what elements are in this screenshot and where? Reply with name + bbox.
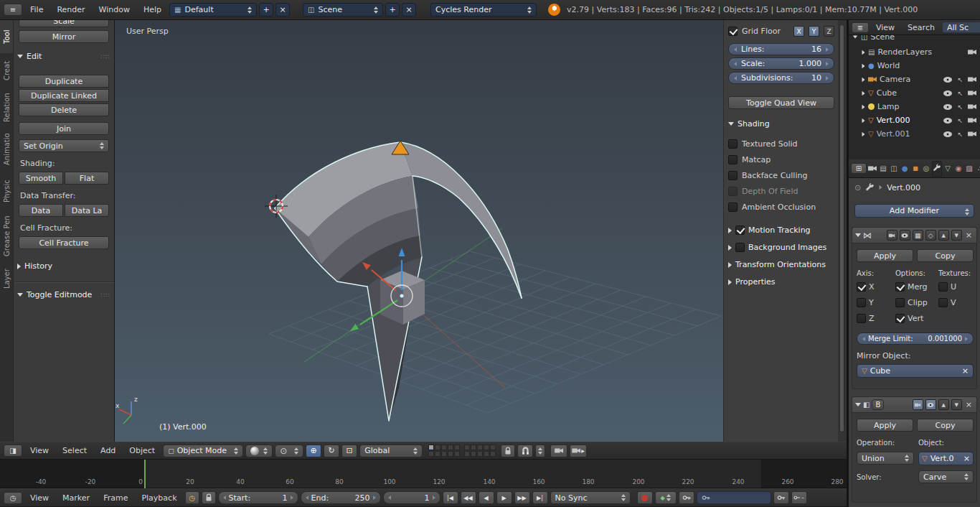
sync-dropdown[interactable]: No Sync xyxy=(550,491,631,504)
toggle-quad-view-button[interactable]: Toggle Quad View xyxy=(728,96,834,109)
render-engine-dropdown[interactable]: Cycles Render xyxy=(430,3,537,17)
render-visibility-toggle[interactable] xyxy=(968,77,976,83)
modifier-viewport-toggle[interactable] xyxy=(900,230,910,241)
delete-keyframe-button[interactable]: – xyxy=(791,491,807,504)
selectability-toggle[interactable]: ↖ xyxy=(957,131,963,138)
manipulator-scale-toggle[interactable]: ⊡ xyxy=(341,445,357,457)
outliner-item-camera[interactable]: Camera ↖ xyxy=(849,73,980,86)
render-visibility-toggle[interactable] xyxy=(968,131,976,137)
boolean-solver-dropdown[interactable]: Carve xyxy=(918,470,974,483)
timeline-menu-playback[interactable]: Playback xyxy=(136,493,182,503)
timeline-menu-frame[interactable]: Frame xyxy=(98,493,133,503)
ambient-occlusion-checkbox[interactable] xyxy=(728,203,738,212)
jump-to-end-button[interactable]: ▶| xyxy=(532,491,548,504)
menu-window[interactable]: Window xyxy=(93,5,136,14)
panel-grip-icon[interactable]: ∷∷ xyxy=(101,53,110,60)
boolean-modifier-header[interactable]: ◧ B ▲ ▼ × xyxy=(852,397,976,413)
active-keying-set-field[interactable] xyxy=(697,491,771,504)
transform-orientations-panel-header[interactable]: Transform Orientations xyxy=(728,260,834,269)
info-editor-type-button[interactable]: ≡ xyxy=(4,4,22,16)
visibility-toggle[interactable] xyxy=(943,104,952,110)
duplicate-linked-button[interactable]: Duplicate Linked xyxy=(19,89,109,102)
join-button[interactable]: Join xyxy=(19,122,109,135)
expand-arrow-icon[interactable] xyxy=(862,104,865,108)
render-visibility-toggle[interactable] xyxy=(968,118,976,124)
manipulator-rotate-toggle[interactable]: ↻ xyxy=(324,445,339,457)
tab-material[interactable]: ◉ xyxy=(953,161,963,177)
grid-subdivisions-slider[interactable]: Subdivisions:10 xyxy=(728,72,834,84)
mirror-copy-button[interactable]: Copy xyxy=(917,249,974,262)
viewport-scrollbar[interactable] xyxy=(839,24,844,432)
lock-time-toggle[interactable] xyxy=(202,491,216,504)
shelf-tab-animation[interactable]: Animatio xyxy=(0,127,14,172)
shelf-tab-grease-pencil[interactable]: Grease Pen xyxy=(0,211,14,261)
clear-object-button[interactable]: × xyxy=(962,366,969,376)
modifier-name-field[interactable]: B xyxy=(872,399,884,410)
outliner-item-renderlayers[interactable]: ▤ RenderLayers xyxy=(849,45,980,59)
backface-culling-checkbox[interactable] xyxy=(728,171,738,180)
tab-object-data[interactable]: ▽ xyxy=(943,161,953,177)
shelf-tab-relations[interactable]: Relation xyxy=(0,88,14,127)
timeline-menu-view[interactable]: View xyxy=(24,493,55,503)
view3d-menu-view[interactable]: View xyxy=(24,446,55,455)
add-modifier-dropdown[interactable]: Add Modifier xyxy=(854,204,974,218)
modifier-move-up-button[interactable]: ▲ xyxy=(938,230,949,241)
shelf-tab-layers[interactable]: Layer xyxy=(0,261,14,296)
motion-tracking-checkbox[interactable] xyxy=(735,225,745,235)
end-frame-field[interactable]: End:250 xyxy=(301,491,381,504)
mirror-x-checkbox[interactable] xyxy=(857,282,866,292)
merge-limit-slider[interactable]: Merge Limit:0.001000 xyxy=(857,332,974,345)
view3d-menu-object[interactable]: Object xyxy=(123,446,161,455)
menu-help[interactable]: Help xyxy=(138,5,167,14)
timeline-menu-marker[interactable]: Marker xyxy=(57,493,95,503)
screen-layout-add-button[interactable]: + xyxy=(259,3,273,17)
collapse-arrow-icon[interactable] xyxy=(853,36,857,39)
screen-layout-close-button[interactable]: × xyxy=(275,3,290,17)
visibility-toggle[interactable] xyxy=(943,131,952,137)
current-frame-indicator[interactable] xyxy=(144,460,146,488)
render-visibility-toggle[interactable] xyxy=(968,104,976,110)
pin-icon[interactable]: ⊙ xyxy=(854,183,861,192)
grid-axis-z-toggle[interactable]: Z xyxy=(824,26,834,37)
background-images-panel-header[interactable]: Background Images xyxy=(728,243,834,252)
manipulator-translate-toggle[interactable]: ⊕ xyxy=(306,445,321,457)
tab-object[interactable]: ■ xyxy=(910,161,920,177)
pivot-center-dropdown[interactable]: ⊙ xyxy=(275,445,303,457)
expand-arrow-icon[interactable] xyxy=(862,131,865,136)
motion-tracking-panel-header[interactable]: Motion Tracking xyxy=(728,225,834,235)
background-images-checkbox[interactable] xyxy=(735,243,745,252)
shelf-tab-tools[interactable]: Tool xyxy=(0,20,14,53)
properties-panel-header[interactable]: Properties xyxy=(728,277,834,287)
shelf-tab-create[interactable]: Creat xyxy=(0,53,14,88)
layers-widget-2[interactable] xyxy=(464,445,496,457)
menu-file[interactable]: File xyxy=(24,5,49,14)
mirror-merge-checkbox[interactable] xyxy=(895,282,905,292)
timeline-ruler[interactable]: -40 -20 0 20 40 60 80 100 120 140 160 18… xyxy=(0,460,847,488)
outliner-display-mode-dropdown[interactable]: All Sc xyxy=(942,22,980,33)
scale-button[interactable]: Scale xyxy=(19,20,109,27)
outliner-item-world[interactable]: ● World xyxy=(849,59,980,73)
boolean-operation-dropdown[interactable]: Union xyxy=(857,452,914,465)
modifier-move-up-button[interactable]: ▲ xyxy=(938,399,949,410)
mirror-z-checkbox[interactable] xyxy=(857,314,866,323)
opengl-render-button[interactable] xyxy=(550,445,567,457)
tab-world[interactable]: ● xyxy=(900,161,910,177)
mirror-modifier-header[interactable]: ⋈ ▦ ◇ ▲ ▼ × xyxy=(852,228,976,243)
modifier-render-toggle[interactable] xyxy=(913,399,923,410)
render-visibility-toggle[interactable] xyxy=(968,50,976,55)
next-frame-button[interactable]: ▶▶ xyxy=(514,491,530,504)
delete-button[interactable]: Delete xyxy=(19,103,109,116)
tab-render-layers[interactable]: ▤ xyxy=(878,161,888,177)
preview-range-toggle[interactable]: ◷ xyxy=(185,491,199,504)
boolean-apply-button[interactable]: Apply xyxy=(857,419,913,432)
outliner-item-vert001[interactable]: ▽ Vert.001 ↖ xyxy=(849,127,980,141)
grid-axis-x-toggle[interactable]: X xyxy=(793,26,804,37)
panel-grip-icon[interactable]: ∷∷ xyxy=(101,292,110,299)
outliner-menu-view[interactable]: View xyxy=(870,23,900,32)
view3d-menu-select[interactable]: Select xyxy=(57,446,93,455)
cell-fracture-button[interactable]: Cell Fracture xyxy=(19,236,109,249)
modifier-close-button[interactable]: × xyxy=(964,231,974,240)
lock-to-scene-toggle[interactable] xyxy=(501,445,515,457)
mirror-object-field[interactable]: ▽ Cube × xyxy=(857,364,974,378)
shelf-tab-physics[interactable]: Physic xyxy=(0,172,14,211)
